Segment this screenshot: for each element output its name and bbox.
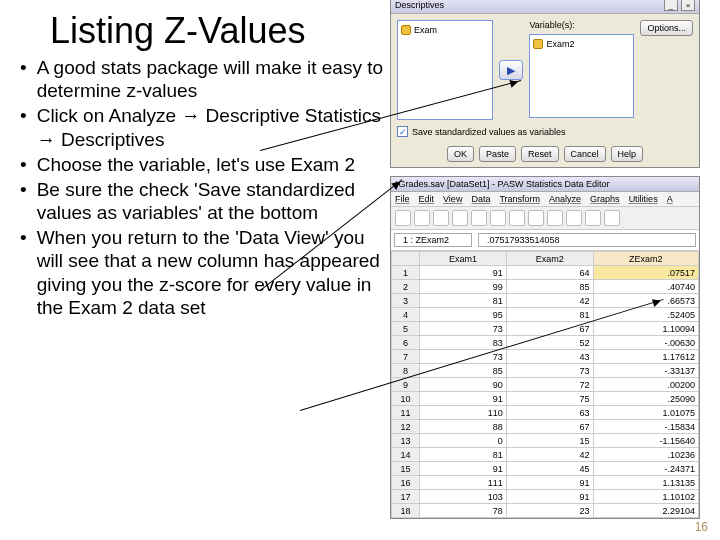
cell[interactable]: 43 <box>506 350 593 364</box>
cell[interactable]: 78 <box>420 504 507 518</box>
cell[interactable]: 0 <box>420 434 507 448</box>
row-header[interactable]: 12 <box>392 420 420 434</box>
tool-icon[interactable] <box>414 210 430 226</box>
cell[interactable]: 91 <box>420 392 507 406</box>
row-header[interactable]: 13 <box>392 434 420 448</box>
paste-button[interactable]: Paste <box>479 146 516 162</box>
cell[interactable]: 83 <box>420 336 507 350</box>
close-icon[interactable]: × <box>681 0 695 11</box>
cell[interactable]: 1.10094 <box>593 322 698 336</box>
cell[interactable]: 63 <box>506 406 593 420</box>
tool-icon[interactable] <box>547 210 563 226</box>
cancel-button[interactable]: Cancel <box>564 146 606 162</box>
menu-a[interactable]: A <box>667 194 673 204</box>
row-header[interactable]: 7 <box>392 350 420 364</box>
cell[interactable]: 42 <box>506 448 593 462</box>
cell[interactable]: 73 <box>506 364 593 378</box>
cell[interactable]: 81 <box>420 448 507 462</box>
source-listbox[interactable]: Exam <box>397 20 493 120</box>
cell[interactable]: 81 <box>420 294 507 308</box>
row-header[interactable]: 10 <box>392 392 420 406</box>
cell[interactable]: 2.29104 <box>593 504 698 518</box>
row-header[interactable]: 5 <box>392 322 420 336</box>
cell[interactable]: 64 <box>506 266 593 280</box>
tool-icon[interactable] <box>452 210 468 226</box>
minimize-icon[interactable]: _ <box>664 0 678 11</box>
toolbar[interactable] <box>391 207 699 230</box>
row-header[interactable]: 17 <box>392 490 420 504</box>
list-item[interactable]: Exam <box>401 24 489 36</box>
cell[interactable]: .07517 <box>593 266 698 280</box>
menu-analyze[interactable]: Analyze <box>549 194 581 204</box>
cell[interactable]: .25090 <box>593 392 698 406</box>
tool-icon[interactable] <box>566 210 582 226</box>
cell-ref[interactable]: 1 : ZExam2 <box>394 233 472 247</box>
col-header[interactable]: Exam2 <box>506 252 593 266</box>
cell[interactable]: 1.10102 <box>593 490 698 504</box>
cell[interactable]: 85 <box>506 280 593 294</box>
cell[interactable]: 72 <box>506 378 593 392</box>
row-header[interactable]: 18 <box>392 504 420 518</box>
checkbox-icon[interactable]: ✓ <box>397 126 408 137</box>
cell[interactable]: .40740 <box>593 280 698 294</box>
cell[interactable]: 1.17612 <box>593 350 698 364</box>
tool-icon[interactable] <box>604 210 620 226</box>
menu-data[interactable]: Data <box>471 194 490 204</box>
cell[interactable]: -.15834 <box>593 420 698 434</box>
tool-icon[interactable] <box>490 210 506 226</box>
row-header[interactable]: 1 <box>392 266 420 280</box>
menu-utilities[interactable]: Utilities <box>629 194 658 204</box>
menu-bar[interactable]: FileEditViewDataTransformAnalyzeGraphsUt… <box>391 192 699 207</box>
menu-edit[interactable]: Edit <box>419 194 435 204</box>
reset-button[interactable]: Reset <box>521 146 559 162</box>
cell[interactable]: .10236 <box>593 448 698 462</box>
tool-icon[interactable] <box>528 210 544 226</box>
menu-view[interactable]: View <box>443 194 462 204</box>
cell[interactable]: 73 <box>420 322 507 336</box>
cell[interactable]: -.24371 <box>593 462 698 476</box>
cell[interactable]: 99 <box>420 280 507 294</box>
cell[interactable]: 91 <box>420 462 507 476</box>
cell[interactable]: 111 <box>420 476 507 490</box>
data-grid[interactable]: Exam1Exam2ZExam219164.0751729985.4074038… <box>391 251 699 518</box>
tool-icon[interactable] <box>509 210 525 226</box>
cell[interactable]: 42 <box>506 294 593 308</box>
cell[interactable]: 90 <box>420 378 507 392</box>
row-header[interactable]: 3 <box>392 294 420 308</box>
cell[interactable]: 88 <box>420 420 507 434</box>
menu-graphs[interactable]: Graphs <box>590 194 620 204</box>
cell[interactable]: 95 <box>420 308 507 322</box>
cell[interactable]: 110 <box>420 406 507 420</box>
cell[interactable]: 67 <box>506 420 593 434</box>
cell[interactable]: .00200 <box>593 378 698 392</box>
options-button[interactable]: Options... <box>640 20 693 36</box>
col-header[interactable]: Exam1 <box>420 252 507 266</box>
cell[interactable]: 1.01075 <box>593 406 698 420</box>
col-header[interactable]: ZExam2 <box>593 252 698 266</box>
cell[interactable]: 45 <box>506 462 593 476</box>
tool-icon[interactable] <box>585 210 601 226</box>
menu-file[interactable]: File <box>395 194 410 204</box>
cell[interactable]: 23 <box>506 504 593 518</box>
cell[interactable]: -.00630 <box>593 336 698 350</box>
tool-icon[interactable] <box>471 210 487 226</box>
cell[interactable]: 91 <box>420 266 507 280</box>
cell[interactable]: -1.15640 <box>593 434 698 448</box>
tool-icon[interactable] <box>395 210 411 226</box>
row-header[interactable]: 6 <box>392 336 420 350</box>
cell[interactable]: 1.13135 <box>593 476 698 490</box>
cell[interactable]: 81 <box>506 308 593 322</box>
help-button[interactable]: Help <box>611 146 644 162</box>
list-item[interactable]: Exam2 <box>533 38 630 50</box>
menu-transform[interactable]: Transform <box>499 194 540 204</box>
ok-button[interactable]: OK <box>447 146 474 162</box>
row-header[interactable]: 11 <box>392 406 420 420</box>
cell[interactable]: 103 <box>420 490 507 504</box>
row-header[interactable]: 4 <box>392 308 420 322</box>
cell[interactable]: -.33137 <box>593 364 698 378</box>
cell-value[interactable]: .07517933514058 <box>478 233 696 247</box>
row-header[interactable]: 14 <box>392 448 420 462</box>
cell[interactable]: 91 <box>506 490 593 504</box>
target-listbox[interactable]: Exam2 <box>529 34 634 118</box>
cell[interactable]: 75 <box>506 392 593 406</box>
